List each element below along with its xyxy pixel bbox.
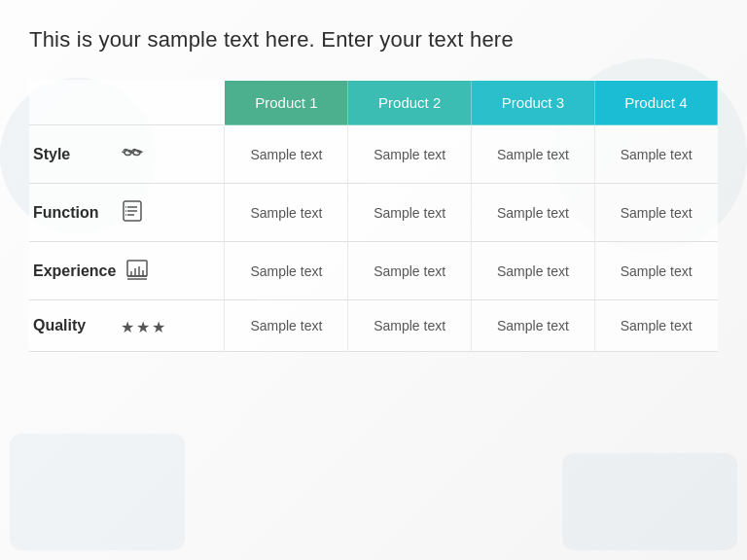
- row-label-function: Function: [29, 184, 225, 242]
- table-row: Function: [29, 184, 718, 242]
- header-product-2: Product 2: [348, 81, 472, 125]
- style-p3: Sample text: [472, 125, 595, 184]
- function-p1: Sample text: [225, 184, 348, 242]
- experience-p1: Sample text: [225, 242, 348, 300]
- experience-icon: [125, 258, 149, 284]
- svg-line-4: [140, 152, 143, 153]
- function-p4: Sample text: [594, 184, 717, 242]
- quality-p1: Sample text: [225, 300, 348, 352]
- svg-line-3: [123, 152, 125, 153]
- style-icon: [121, 141, 144, 167]
- style-p2: Sample text: [348, 125, 472, 184]
- header-product-3: Product 3: [472, 81, 595, 125]
- quality-p4: Sample text: [594, 300, 717, 352]
- svg-rect-12: [127, 261, 147, 276]
- quality-icon: ★★★: [121, 316, 167, 335]
- function-p2: Sample text: [348, 184, 472, 242]
- row-label-experience: Experience: [29, 242, 225, 300]
- table-row: Experience: [29, 242, 718, 300]
- table-row: Style: [29, 125, 718, 184]
- style-p4: Sample text: [594, 125, 717, 184]
- experience-p3: Sample text: [472, 242, 595, 300]
- experience-p2: Sample text: [348, 242, 472, 300]
- table-row: Quality ★★★ Sample text Sample text Samp…: [29, 300, 718, 352]
- style-p1: Sample text: [225, 125, 348, 184]
- row-label-style: Style: [29, 125, 225, 184]
- header-empty-cell: [29, 81, 225, 125]
- row-label-quality: Quality ★★★: [29, 300, 225, 352]
- quality-p3: Sample text: [472, 300, 595, 352]
- function-icon: [121, 199, 144, 226]
- function-p3: Sample text: [472, 184, 595, 242]
- experience-p4: Sample text: [594, 242, 717, 300]
- header-product-1: Product 1: [225, 81, 348, 125]
- header-product-4: Product 4: [594, 81, 717, 125]
- comparison-table: Product 1 Product 2 Product 3 Product 4 …: [29, 80, 718, 352]
- page-title: This is your sample text here. Enter you…: [29, 27, 718, 52]
- quality-p2: Sample text: [348, 300, 472, 352]
